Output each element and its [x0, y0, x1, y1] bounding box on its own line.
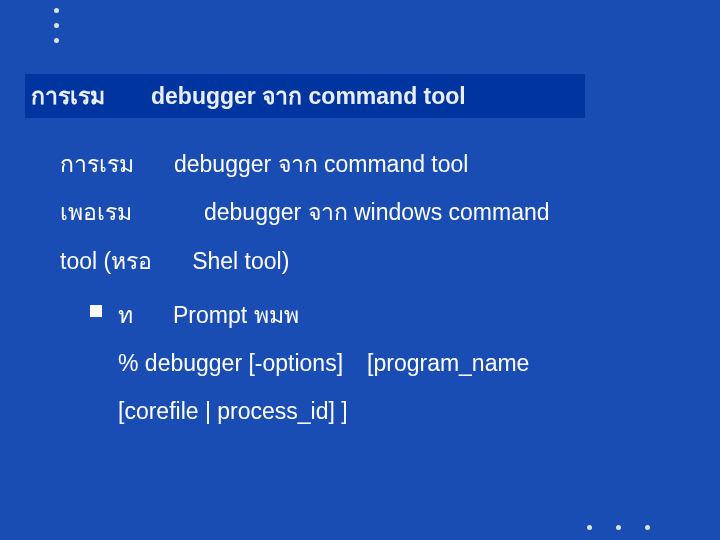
title-part-1: การเรม — [31, 83, 105, 109]
title-part-2: debugger จาก command tool — [151, 83, 466, 109]
text-segment: [corefile | process_id] ] — [118, 398, 348, 424]
text-segment: Shel tool) — [192, 248, 289, 274]
text-segment: เพอเรม — [60, 199, 132, 225]
text-segment: tool (หรอ — [60, 248, 152, 274]
text-segment: debugger จาก windows command — [204, 199, 550, 225]
body-line-2: เพอเรมdebugger จาก windows command — [60, 188, 670, 236]
bullet-line: ทPrompt พมพ — [60, 291, 670, 339]
dot-icon — [54, 8, 59, 13]
body-line-1: การเรมdebugger จาก command tool — [60, 140, 670, 188]
text-segment: debugger จาก command tool — [174, 151, 468, 177]
slide-body: การเรมdebugger จาก command tool เพอเรมde… — [60, 140, 670, 436]
decor-dots-top-left — [54, 8, 59, 43]
slide-title: การเรมdebugger จาก command tool — [31, 78, 466, 114]
text-segment: Prompt พมพ — [173, 302, 299, 328]
text-segment: % debugger [-options] — [118, 350, 343, 376]
text-segment: [program_name — [367, 350, 529, 376]
body-line-3: tool (หรอShel tool) — [60, 237, 670, 285]
decor-dots-bottom-right — [587, 525, 650, 530]
command-line-1: % debugger [-options][program_name — [60, 339, 670, 387]
command-line-2: [corefile | process_id] ] — [60, 387, 670, 435]
dot-icon — [616, 525, 621, 530]
dot-icon — [587, 525, 592, 530]
text-segment: ท — [118, 302, 133, 328]
dot-icon — [54, 23, 59, 28]
dot-icon — [54, 38, 59, 43]
text-segment: การเรม — [60, 151, 134, 177]
slide-title-bar: การเรมdebugger จาก command tool — [25, 74, 585, 118]
dot-icon — [645, 525, 650, 530]
square-bullet-icon — [90, 305, 102, 317]
